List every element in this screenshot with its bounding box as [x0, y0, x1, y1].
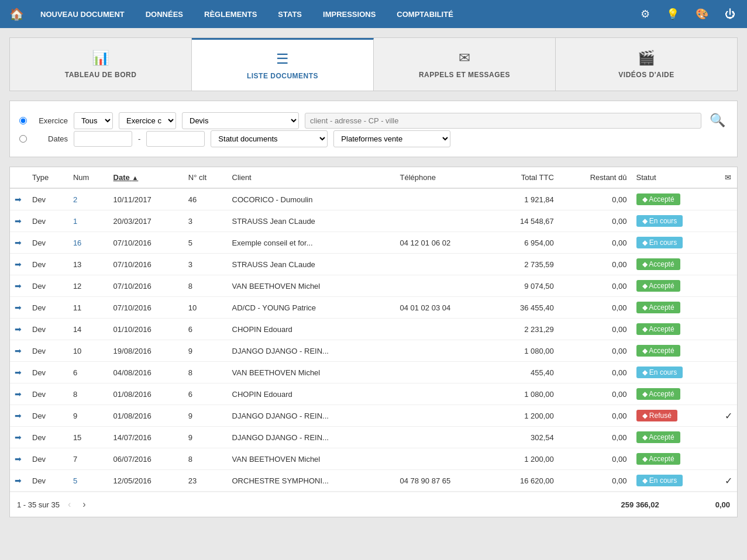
row-num-link[interactable]: 6: [73, 368, 77, 377]
row-navigate-icon[interactable]: ➡: [15, 368, 22, 377]
row-num-link[interactable]: 1: [73, 217, 77, 226]
row-num[interactable]: 15: [68, 427, 109, 448]
row-num[interactable]: 11: [68, 297, 109, 319]
row-navigate-icon[interactable]: ➡: [15, 433, 22, 442]
row-num-link[interactable]: 13: [73, 260, 81, 269]
row-navigate-icon[interactable]: ➡: [15, 454, 22, 464]
row-arrow[interactable]: ➡: [10, 210, 27, 232]
row-num[interactable]: 2: [68, 188, 109, 210]
dates-radio[interactable]: [19, 135, 27, 143]
row-num-link[interactable]: 15: [73, 433, 81, 442]
nav-stats[interactable]: STATS: [273, 8, 307, 21]
tab-rappels-messages[interactable]: ✉ RAPPELS ET MESSAGES: [374, 38, 556, 91]
col-date[interactable]: Date ▲: [109, 167, 184, 188]
row-navigate-icon[interactable]: ➡: [15, 238, 22, 247]
tab-liste-documents[interactable]: ☰ LISTE DOCUMENTS: [192, 38, 374, 91]
row-num[interactable]: 6: [68, 362, 109, 383]
row-num[interactable]: 8: [68, 383, 109, 405]
client-search-input[interactable]: [305, 113, 701, 129]
row-arrow[interactable]: ➡: [10, 470, 27, 492]
row-num[interactable]: 5: [68, 470, 109, 492]
row-restant-du: 0,00: [559, 470, 632, 492]
row-navigate-icon[interactable]: ➡: [15, 476, 22, 485]
nav-donnees[interactable]: DONNÉES: [141, 8, 188, 21]
document-type-select[interactable]: Devis Facture Avoir Bon de livraison: [182, 112, 299, 129]
row-num[interactable]: 16: [68, 232, 109, 254]
row-arrow[interactable]: ➡: [10, 254, 27, 275]
row-restant-du: 0,00: [559, 254, 632, 275]
statut-header-label: Statut: [636, 173, 656, 182]
row-num-link[interactable]: 11: [73, 303, 81, 312]
col-statut[interactable]: Statut: [632, 167, 720, 188]
row-arrow[interactable]: ➡: [10, 448, 27, 470]
nav-reglements[interactable]: RÈGLEMENTS: [199, 8, 261, 21]
row-num-link[interactable]: 7: [73, 455, 77, 464]
row-navigate-icon[interactable]: ➡: [15, 281, 22, 291]
row-num[interactable]: 9: [68, 405, 109, 427]
row-num-link[interactable]: 5: [73, 476, 77, 485]
row-navigate-icon[interactable]: ➡: [15, 324, 22, 334]
exercice-select[interactable]: Tous 2017 2016 2015: [74, 112, 113, 129]
date-from-input[interactable]: 05/11/2017: [74, 131, 132, 147]
row-num-link[interactable]: 8: [73, 390, 77, 399]
row-date: 01/08/2016: [109, 383, 184, 405]
col-total-ttc[interactable]: Total TTC: [490, 167, 559, 188]
power-icon[interactable]: ⏻: [722, 6, 738, 23]
row-num[interactable]: 10: [68, 340, 109, 362]
statut-badge: ◆ Accepté: [636, 431, 680, 443]
nav-comptabilite[interactable]: COMPTABILITÉ: [392, 8, 458, 21]
row-navigate-icon[interactable]: ➡: [15, 303, 22, 312]
col-num[interactable]: Num: [68, 167, 109, 188]
date-to-input[interactable]: 05/12/2017: [146, 131, 205, 147]
row-navigate-icon[interactable]: ➡: [15, 216, 22, 226]
row-num[interactable]: 12: [68, 275, 109, 297]
row-num-link[interactable]: 14: [73, 325, 81, 334]
row-num[interactable]: 14: [68, 319, 109, 340]
row-navigate-icon[interactable]: ➡: [15, 260, 22, 269]
exercice-c-select[interactable]: Exercice c: [119, 112, 176, 129]
search-button[interactable]: 🔍: [707, 110, 728, 130]
search-icon: 🔍: [710, 113, 725, 127]
lightbulb-icon[interactable]: 💡: [664, 5, 681, 23]
statut-documents-select[interactable]: Statut documents: [211, 130, 328, 147]
pagination-prev-button[interactable]: ‹: [64, 498, 74, 511]
row-arrow[interactable]: ➡: [10, 319, 27, 340]
home-icon[interactable]: 🏠: [9, 7, 24, 21]
row-navigate-icon[interactable]: ➡: [15, 346, 22, 355]
row-num[interactable]: 7: [68, 448, 109, 470]
tab-videos-aide[interactable]: 🎬 VIDÉOS D'AIDE: [556, 38, 737, 91]
row-arrow[interactable]: ➡: [10, 275, 27, 297]
nav-impressions[interactable]: IMPRESSIONS: [318, 8, 380, 21]
tab-tableau-de-bord[interactable]: 📊 TABLEAU DE BORD: [10, 38, 192, 91]
exercice-radio[interactable]: [19, 117, 27, 125]
row-num-link[interactable]: 12: [73, 282, 81, 291]
plateformes-vente-select[interactable]: Plateformes vente: [333, 130, 450, 147]
row-arrow[interactable]: ➡: [10, 232, 27, 254]
palette-icon[interactable]: 🎨: [693, 5, 711, 23]
row-arrow[interactable]: ➡: [10, 340, 27, 362]
table-row: ➡ Dev 12 07/10/2016 8 VAN BEETHOVEN Mich…: [10, 275, 737, 297]
row-num-link[interactable]: 16: [73, 238, 81, 247]
row-num-link[interactable]: 9: [73, 412, 77, 420]
row-arrow[interactable]: ➡: [10, 383, 27, 405]
row-arrow[interactable]: ➡: [10, 297, 27, 319]
col-client[interactable]: Client: [228, 167, 395, 188]
col-type[interactable]: Type: [27, 167, 68, 188]
row-arrow[interactable]: ➡: [10, 405, 27, 427]
pagination-next-button[interactable]: ›: [79, 498, 89, 511]
settings-icon[interactable]: ⚙: [638, 5, 652, 23]
row-num-link[interactable]: 10: [73, 347, 81, 355]
col-telephone[interactable]: Téléphone: [395, 167, 490, 188]
row-arrow[interactable]: ➡: [10, 427, 27, 448]
row-navigate-icon[interactable]: ➡: [15, 411, 22, 420]
col-restant-du[interactable]: Restant dû: [559, 167, 632, 188]
row-navigate-icon[interactable]: ➡: [15, 389, 22, 399]
row-num[interactable]: 13: [68, 254, 109, 275]
row-num[interactable]: 1: [68, 210, 109, 232]
col-nclt[interactable]: N° clt: [184, 167, 228, 188]
row-arrow[interactable]: ➡: [10, 188, 27, 210]
row-arrow[interactable]: ➡: [10, 362, 27, 383]
nav-nouveau-document[interactable]: NOUVEAU DOCUMENT: [36, 8, 129, 21]
row-num-link[interactable]: 2: [73, 195, 77, 204]
row-navigate-icon[interactable]: ➡: [15, 195, 22, 204]
